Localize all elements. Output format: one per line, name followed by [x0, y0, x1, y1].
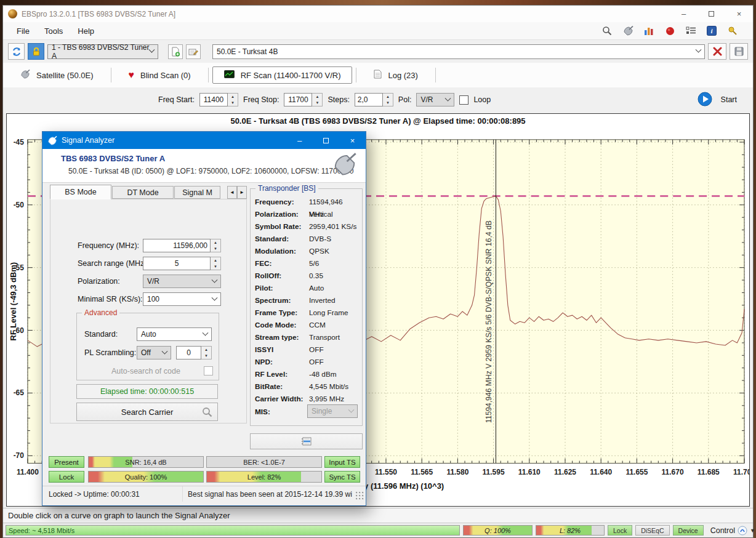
pl-mode-select[interactable]: Off: [137, 346, 171, 359]
sync-ts-indicator: Sync TS: [324, 471, 360, 483]
transponder-row: Modulation:QPSK: [255, 245, 360, 257]
minimal-sr-select[interactable]: 100: [143, 292, 221, 306]
dialog-resize-grip[interactable]: [356, 492, 364, 500]
dialog-status-bar: Locked -> Uptime: 00:00:31 Best signal h…: [42, 486, 366, 502]
transponder-row: BitRate:4,545 Mbit/s: [255, 380, 360, 393]
steps-input[interactable]: 2,0▲▼: [355, 93, 393, 106]
svg-text:-50: -50: [14, 201, 25, 209]
spinner-arrows[interactable]: ▲▼: [201, 346, 212, 359]
transponder-row-label: Spectrum:: [255, 294, 309, 307]
delete-button[interactable]: [708, 43, 726, 60]
heart-icon: ♥: [129, 71, 135, 80]
analyzer-tab-signal-m[interactable]: Signal M: [174, 186, 220, 199]
pol-select[interactable]: V/R: [416, 93, 454, 106]
polarization-select[interactable]: V/R: [143, 275, 221, 288]
tab-blind-scan-0-[interactable]: ♥Blind Scan (0): [115, 67, 204, 84]
svg-text:11.670: 11.670: [662, 468, 684, 476]
elapsed-panel: Elapsed time: 00:00:00:515: [76, 384, 218, 399]
loop-checkbox[interactable]: [459, 95, 468, 105]
info-icon[interactable]: i: [706, 25, 717, 36]
dialog-maximize-button[interactable]: [313, 132, 339, 149]
transponder-row: RF Level:-48 dBm: [255, 368, 360, 380]
lock-status-text: Locked -> Uptime: 00:00:31: [42, 486, 183, 502]
freq-start-input[interactable]: 11400▲▼: [199, 93, 238, 106]
dialog-minimize-button[interactable]: –: [286, 132, 313, 149]
pl-code-input[interactable]: 0▲▼: [176, 346, 212, 359]
search-range-input[interactable]: 5▲▼: [143, 257, 221, 270]
spinner-arrows[interactable]: ▲▼: [211, 257, 221, 270]
minimal-sr-label: Minimal SR (KS/s):: [78, 292, 143, 306]
tab-rf-scan-11400-11700-v-r-[interactable]: RF Scan (11400-11700 V/R): [212, 66, 353, 84]
transponder-row-value: 5/6: [309, 257, 319, 270]
menu-tools[interactable]: Tools: [37, 26, 70, 36]
tab-scroll-left[interactable]: ◄: [227, 186, 237, 199]
transponder-row-value: -48 dBm: [309, 368, 337, 380]
control-menu[interactable]: Control ▼: [710, 526, 755, 536]
spinner-arrows[interactable]: ▲▼: [312, 93, 323, 106]
transponder-row-value: QPSK: [309, 245, 329, 257]
spinner-arrows[interactable]: ▲▼: [228, 93, 238, 106]
input-ts-indicator: Input TS: [324, 456, 360, 468]
mis-select[interactable]: Single: [307, 404, 358, 418]
satellite-select[interactable]: 50.0E - Turksat 4B: [212, 44, 705, 59]
transponder-row-label: Polarization:: [255, 208, 309, 220]
tab-log-23-[interactable]: Log (23): [360, 66, 431, 84]
toolbar: 1 - TBS 6983 DVBS/S2 Tuner A 50.0E - Tur…: [3, 39, 753, 63]
transponder-row-value: 2959,401 KS/s: [309, 220, 356, 233]
autosearch-checkbox[interactable]: [204, 366, 213, 375]
minimize-button[interactable]: –: [670, 6, 698, 22]
frequency-input[interactable]: 11596,000▲▼: [143, 239, 221, 252]
best-signal-text: Best signal has been seen at 2015-12-14 …: [183, 490, 356, 499]
chevron-down-icon: [203, 329, 209, 335]
start-button[interactable]: Start: [721, 95, 737, 104]
refresh-button[interactable]: [8, 43, 25, 60]
search-carrier-button[interactable]: Search Carrier: [76, 403, 218, 421]
satellite-dish-logo: [332, 153, 357, 178]
tab-scroll-right[interactable]: ►: [237, 186, 247, 199]
transponder-legend: Transponder [BS]: [255, 184, 318, 193]
spinner-arrows[interactable]: ▲▼: [211, 239, 221, 252]
close-button[interactable]: ×: [725, 6, 753, 22]
freq-stop-input[interactable]: 11700▲▼: [284, 93, 323, 106]
title-bar: EBSpro 13.2.0.1 [TBS 6983 DVBS/S2 Tuner …: [3, 6, 753, 22]
tuner-select[interactable]: 1 - TBS 6983 DVBS/S2 Tuner A: [47, 44, 158, 59]
spinner-arrows[interactable]: ▲▼: [383, 93, 393, 106]
bar-chart-icon[interactable]: [643, 25, 654, 36]
record-icon[interactable]: [664, 25, 675, 36]
standard-label: Standard:: [84, 327, 118, 341]
transponder-row-label: Stream type:: [255, 331, 309, 343]
transponder-row: ISSYIOFF: [255, 343, 360, 356]
menu-help[interactable]: Help: [70, 26, 102, 36]
maximize-button[interactable]: [698, 6, 725, 22]
steps-label: Steps:: [328, 95, 349, 104]
new-entry-button[interactable]: [168, 44, 183, 59]
search-icon[interactable]: [601, 25, 613, 36]
control-icon: [738, 526, 747, 536]
edit-entry-button[interactable]: [186, 44, 201, 59]
analyzer-tab-bs-mode[interactable]: BS Mode: [50, 185, 111, 199]
dialog-title-bar[interactable]: Signal Analyzer – ×: [42, 132, 366, 149]
quality-bar: Quality: 100%: [88, 471, 204, 483]
lock-button[interactable]: [28, 43, 44, 60]
satellite-select-value: 50.0E - Turksat 4B: [217, 47, 278, 56]
task-list-icon[interactable]: [685, 25, 696, 36]
save-button[interactable]: [730, 43, 748, 60]
start-icon[interactable]: [698, 92, 712, 108]
transponder-row-label: Standard:: [255, 233, 309, 245]
svg-text:-45: -45: [14, 138, 25, 147]
transponder-row-value: DVB-S: [309, 233, 331, 245]
analyzer-tab-dt-mode[interactable]: DT Mode: [112, 186, 174, 199]
tab-satellite-50-0e-[interactable]: Satellite (50.0E): [7, 66, 107, 84]
svg-text:11.685: 11.685: [698, 468, 720, 476]
standard-select[interactable]: Auto: [137, 327, 212, 341]
signal-analyzer-dialog: Signal Analyzer – × TBS 6983 DVBS/S2 Tun…: [42, 131, 366, 506]
dialog-close-button[interactable]: ×: [339, 132, 366, 149]
chevron-down-icon: [212, 294, 218, 300]
transponder-row: RollOff:0.35: [255, 270, 360, 282]
transponder-list-button[interactable]: [250, 433, 363, 449]
pushpin-icon[interactable]: [727, 25, 738, 36]
transponder-row-label: Modulation:: [255, 245, 309, 257]
satellite-icon[interactable]: [622, 25, 633, 36]
transponder-row-label: FEC:: [255, 257, 309, 270]
menu-file[interactable]: File: [9, 26, 37, 36]
